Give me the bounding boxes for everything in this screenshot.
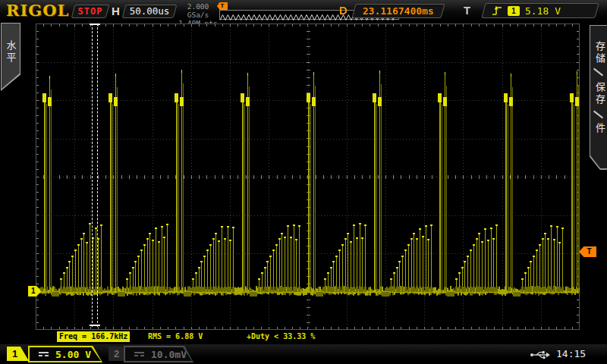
trigger-source-badge: 1 [508,6,520,16]
cursor-line-a[interactable] [92,24,93,327]
measurement-frequency: Freq = 166.7kHz [57,331,130,342]
cursor-line-b[interactable] [97,24,98,327]
waveform-canvas [36,24,580,330]
delay-display[interactable]: 23.1167400ms [351,4,445,18]
clock: 14:15 [556,348,586,359]
delay-value: 23.1167400ms [354,5,442,17]
cursor-bottom-marker [90,325,95,326]
run-stop-status[interactable]: STOP [71,5,110,18]
horizontal-label: H [112,5,120,17]
channel1-badge[interactable]: 1 [7,347,29,361]
dc-coupling-icon [134,352,144,356]
trigger-settings-display[interactable]: 1 5.18 V [481,3,599,18]
cursor-bottom-marker [95,325,100,326]
horizontal-menu-tab-body: 水平 [2,24,20,89]
channel1-scale-display[interactable]: 5.00 V [28,346,102,362]
measurement-rms: RMS = 6.88 V [148,331,203,342]
horizontal-menu-title: 水平 [4,40,18,64]
oscilloscope-screen: RIGOL STOP H 50.00us 2.000 GSa/s 1.40M p… [0,0,607,364]
storage-menu-panel-body: 存储 保存 新建文件 [590,26,607,168]
sample-rate: 2.000 GSa/s [178,2,219,19]
delay-label: D [339,4,348,17]
channel2-scale-display[interactable]: 10.0mV [124,346,193,362]
menu-item-save[interactable]: 保存 [593,82,607,106]
trigger-label: T [464,4,470,17]
trigger-level-value: 5.18 V [525,5,561,17]
timebase-display[interactable]: 50.00us [122,5,178,18]
usb-icon [530,350,551,359]
dc-coupling-icon [39,352,49,356]
storage-menu-panel: 存储 保存 新建文件 [590,25,607,170]
channel1-scale-value: 5.00 V [55,349,91,360]
horizontal-menu-tab[interactable]: 水平 [1,23,20,91]
bottom-status-bar: 1 5.00 V 2 10.0mV [0,344,607,364]
timebase-value: 50.00us [124,5,175,17]
trigger-level-marker[interactable]: T [579,246,596,257]
menu-item-storage[interactable]: 存储 [593,41,607,65]
menu-separator [593,111,603,119]
rising-edge-trigger-icon [492,5,502,17]
rigol-logo: RIGOL [6,1,69,20]
menu-separator [593,68,603,77]
memory-trigger-position-tag: T [217,2,228,10]
channel2-scale-value: 10.0mV [151,349,187,360]
cursor-top-marker [95,24,100,25]
top-status-bar: RIGOL STOP H 50.00us 2.000 GSa/s 1.40M p… [0,0,607,21]
menu-item-new-file[interactable]: 新建文件 [593,123,607,168]
run-stop-label: STOP [74,5,107,17]
cursor-top-marker [90,24,95,25]
measurement-duty: +Duty < 33.33 % [247,331,315,342]
